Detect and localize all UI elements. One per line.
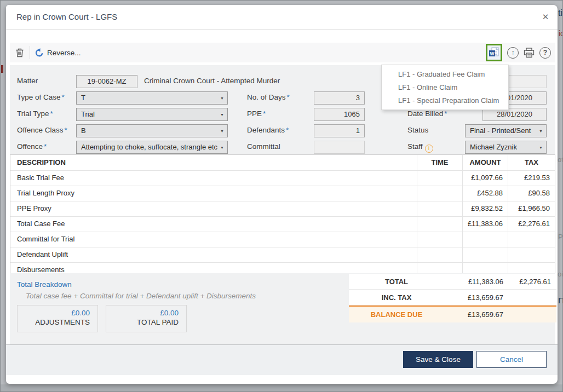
staff-label: Staffi [407,142,433,153]
chevron-down-icon: ▼ [220,93,224,105]
toolbar-right-icons: W ↑ ? [486,44,551,61]
required-marker: * [50,109,53,118]
chevron-down-icon: ▼ [539,142,543,154]
dialog-title: Rep in Crown Court - LGFS [16,5,117,29]
date-billed-label: Date Billed* [407,109,447,118]
required-marker: * [65,126,67,134]
table-row[interactable]: Basic Trial Fee £1,097.66 £219.53 [10,170,555,186]
ppe-label: PPE* [247,109,266,118]
status-select[interactable]: Final - Printed/Sent▼ [465,124,547,137]
committal-input[interactable] [314,141,365,154]
reverse-button[interactable]: Reverse... [35,48,81,57]
background-taskbar-strip [1,384,562,392]
toolbar-separator [30,46,30,59]
matter-input[interactable]: 19-0062-MZ [76,75,137,88]
fee-table-header: DESCRIPTION TIME AMOUNT TAX [10,155,555,170]
claim-type-context-menu: LF1 - Graduated Fee Claim LF1 - Online C… [381,65,509,110]
matter-description: Criminal Crown Court - Attempted Murder [144,77,280,85]
required-marker: * [62,93,65,101]
offence-class-label: Offence Class* [17,126,67,134]
required-marker: * [287,93,290,101]
required-marker: * [444,109,447,118]
column-tax: TAX [508,155,555,170]
type-of-case-label: Type of Case* [17,93,65,101]
offence-select[interactable]: Attempting to choke, suffocate, strangle… [76,141,228,154]
total-breakdown-link[interactable]: Total Breakdown [17,280,72,289]
chevron-down-icon: ▼ [220,109,224,121]
background-text-fragment: n [558,294,563,306]
annotation-highlight-box: W [486,44,502,61]
trial-type-label: Trial Type* [17,109,53,118]
required-marker: * [44,142,47,151]
trial-type-select[interactable]: Trial▼ [76,108,228,121]
required-marker: * [286,126,289,134]
required-marker: * [263,109,266,118]
total-paid-value: £0.00 [106,309,179,317]
table-row[interactable]: PPE Proxy £9,832.52 £1,966.50 [10,201,555,216]
close-icon[interactable]: ✕ [539,10,552,24]
total-paid-label: TOTAL PAID [106,318,179,326]
status-label: Status [407,126,428,134]
upload-icon[interactable]: ↑ [507,47,519,59]
undo-arrow-icon [35,48,44,57]
help-icon[interactable]: ? [539,47,551,59]
defendants-input[interactable]: 1 [314,124,365,137]
background-text-fragment: ot [558,155,563,164]
column-description: DESCRIPTION [10,155,417,170]
totals-block: TOTAL £11,383.06 £2,276.61 INC. TAX £13,… [349,274,556,322]
background-mark [1,65,3,73]
rep-in-crown-court-dialog: Rep in Crown Court - LGFS ✕ Reverse... [6,5,558,384]
no-of-days-label: No. of Days* [247,93,290,101]
offence-class-select[interactable]: B▼ [76,124,228,137]
breakdown-formula: Total case fee + Committal for trial + D… [26,292,256,300]
info-icon: i [425,145,433,153]
adjustments-value: £0.00 [18,309,90,317]
background-text-fragment: oi [558,270,563,278]
svg-text:W: W [490,51,495,56]
screen-background: ti ic ot P oi n Rep in Crown Court - LGF… [0,0,563,392]
balance-due-row: BALANCE DUE £13,659.67 [349,305,556,322]
column-amount: AMOUNT [462,155,508,170]
menu-item-special-preparation-claim[interactable]: LF1 - Special Preparation Claim [382,94,508,107]
dialog-titlebar: Rep in Crown Court - LGFS ✕ [6,5,558,30]
delete-trash-icon[interactable] [15,48,24,57]
adjustments-box[interactable]: £0.00 ADJUSTMENTS [17,305,98,332]
staff-select[interactable]: Michael Zyznik▼ [465,141,547,154]
chevron-down-icon: ▼ [220,125,224,137]
total-paid-box[interactable]: £0.00 TOTAL PAID [106,305,187,332]
reverse-label: Reverse... [47,49,81,57]
type-of-case-select[interactable]: T▼ [76,91,228,105]
matter-label: Matter [17,77,38,85]
dialog-toolbar: Reverse... W [10,43,555,62]
background-text-fragment: ti [558,8,562,18]
chevron-down-icon: ▼ [539,125,543,137]
table-row[interactable]: Total Case Fee £11,383.06 £2,276.61 [10,216,555,232]
dialog-footer [6,344,558,375]
column-time: TIME [417,155,462,170]
fee-table: DESCRIPTION TIME AMOUNT TAX Basic Trial … [10,154,555,278]
background-text-fragment: P [558,233,563,241]
table-row[interactable]: Committal for Trial [10,232,555,247]
background-text-fragment: ic [559,29,563,38]
chevron-down-icon: ▼ [220,142,224,154]
word-document-icon[interactable]: W [489,47,499,58]
inc-tax-row: INC. TAX £13,659.67 [349,290,556,305]
no-of-days-input[interactable]: 3 [314,91,365,105]
ppe-input[interactable]: 1065 [314,108,365,121]
menu-item-online-claim[interactable]: LF1 - Online Claim [382,81,508,94]
total-row: TOTAL £11,383.06 £2,276.61 [349,274,556,290]
print-icon[interactable] [524,48,535,58]
table-row[interactable]: Defendant Uplift [10,247,555,262]
offence-label: Offence* [17,142,47,151]
committal-label: Committal [247,142,280,151]
adjustments-label: ADJUSTMENTS [18,318,90,326]
defendants-label: Defendants* [247,126,289,134]
cancel-button[interactable]: Cancel [476,351,547,368]
save-and-close-button[interactable]: Save & Close [403,351,473,368]
menu-item-graduated-fee-claim[interactable]: LF1 - Graduated Fee Claim [382,68,508,81]
table-row[interactable]: Trial Length Proxy £452.88 £90.58 [10,186,555,201]
